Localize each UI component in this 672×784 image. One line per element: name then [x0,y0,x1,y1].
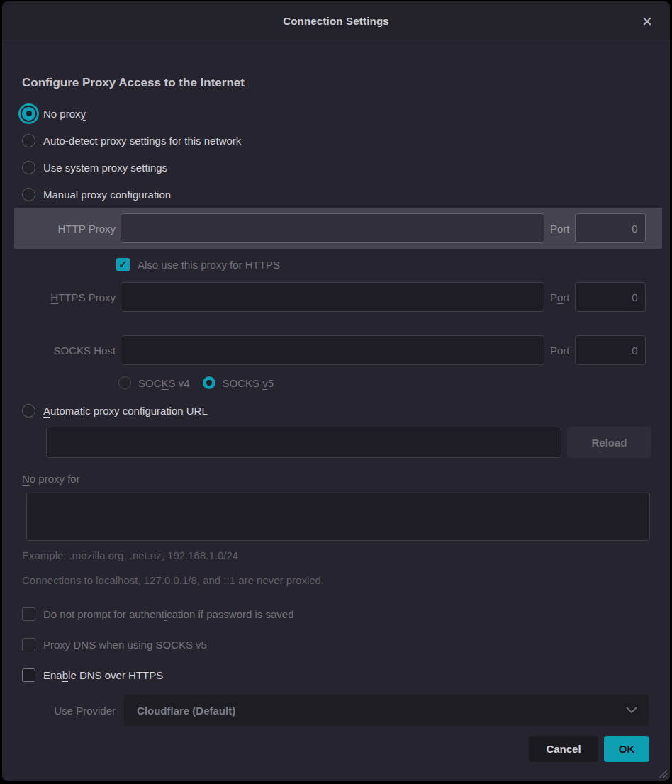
radio-icon[interactable] [22,404,35,418]
https-proxy-row: HTTPS Proxy Port [2,282,670,312]
http-proxy-row-highlighted: HTTP Proxy Port [14,208,662,249]
checkbox-icon[interactable] [22,638,35,651]
checkbox-checked-icon[interactable]: ✓ [116,258,130,271]
http-port-label: Port [550,223,570,235]
socks-host-row: SOCKS Host Port [2,335,670,365]
socks-host-label: SOCKS Host [2,345,116,357]
radio-icon[interactable] [22,188,35,201]
checkbox-proxy-dns-socks5[interactable]: Proxy DNS when using SOCKS v5 [22,638,670,651]
https-port-label: Port [550,291,570,303]
socks-v4-label[interactable]: SOCKS v4 [138,377,190,389]
close-icon[interactable]: ✕ [637,11,657,31]
http-port-input[interactable] [575,213,646,243]
checkbox-label: Enable DNS over HTTPS [43,669,163,681]
radio-label: Auto-detect proxy settings for this netw… [43,135,241,147]
resize-grip[interactable] [656,768,667,778]
radio-label: Manual proxy configuration [43,189,171,201]
http-proxy-label: HTTP Proxy [14,223,116,235]
radio-option-no-proxy[interactable]: No proxy [2,100,670,127]
reload-button[interactable]: Reload [567,427,651,458]
no-proxy-for-textarea[interactable] [26,493,650,541]
checkbox-label: Proxy DNS when using SOCKS v5 [43,639,207,651]
localhost-note: Connections to localhost, 127.0.0.1/8, a… [22,574,670,588]
doh-provider-row: Use Provider Cloudflare (Default) [2,695,670,726]
radio-label: Use system proxy settings [43,162,167,174]
radio-option-auto-config-url[interactable]: Automatic proxy configuration URL [2,401,670,420]
radio-icon[interactable] [22,134,35,147]
use-provider-label: Use Provider [2,705,116,717]
auto-config-url-input[interactable] [46,427,561,458]
dialog-titlebar: Connection Settings ✕ [2,1,670,40]
socks-port-label: Port [550,345,570,357]
radio-option-manual-proxy[interactable]: Manual proxy configuration [2,181,670,208]
ok-button[interactable]: OK [604,736,649,762]
checkbox-icon[interactable] [22,607,35,621]
radio-option-system-proxy[interactable]: Use system proxy settings [2,154,670,181]
socks-host-input[interactable] [121,335,544,365]
socks-version-row: SOCKS v4 SOCKS v5 [2,374,670,391]
radio-label: Automatic proxy configuration URL [43,405,208,417]
checkbox-label: Do not prompt for authentication if pass… [43,608,294,620]
auto-config-url-row: Reload [2,427,670,458]
radio-icon[interactable] [22,161,35,174]
checkbox-label: Also use this proxy for HTTPS [138,259,280,271]
cancel-button[interactable]: Cancel [529,736,598,762]
checkbox-also-use-for-https[interactable]: ✓ Also use this proxy for HTTPS [116,255,670,274]
https-proxy-input[interactable] [121,282,544,312]
checkbox-icon[interactable] [22,668,35,682]
radio-option-auto-detect[interactable]: Auto-detect proxy settings for this netw… [2,127,670,154]
provider-selected-value: Cloudflare (Default) [137,705,626,717]
radio-icon[interactable] [22,107,35,121]
no-proxy-for-label: No proxy for [22,473,670,487]
radio-icon-socks-v4[interactable] [118,376,131,389]
checkbox-no-auth-prompt[interactable]: Do not prompt for authentication if pass… [22,607,670,621]
socks-port-input[interactable] [575,335,646,365]
chevron-down-icon [626,707,637,714]
socks-v5-label[interactable]: SOCKS v5 [223,377,274,389]
checkbox-enable-doh[interactable]: Enable DNS over HTTPS [22,668,670,682]
example-hint: Example: .mozilla.org, .net.nz, 192.168.… [22,549,670,564]
dialog-footer: Cancel OK [2,736,670,762]
dialog-title: Connection Settings [283,15,389,27]
radio-label: No proxy [43,108,86,120]
provider-select[interactable]: Cloudflare (Default) [124,695,649,726]
connection-settings-dialog: Connection Settings ✕ Configure Proxy Ac… [2,1,670,781]
https-port-input[interactable] [575,282,646,312]
https-proxy-label: HTTPS Proxy [2,291,116,303]
radio-icon-socks-v5[interactable] [203,376,215,389]
page-title: Configure Proxy Access to the Internet [22,76,670,90]
http-proxy-input[interactable] [121,213,544,243]
